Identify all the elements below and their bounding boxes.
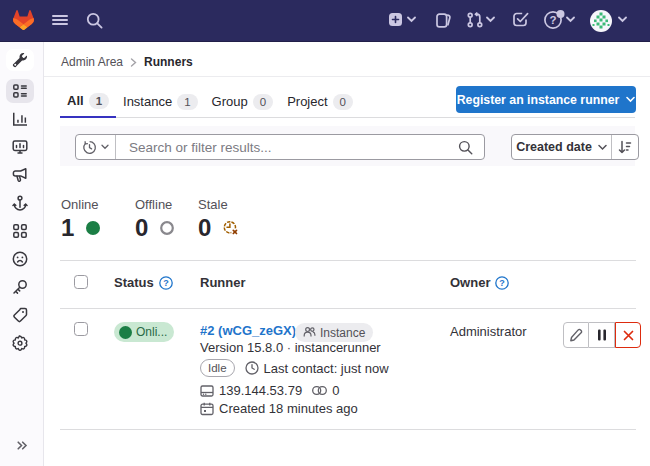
svg-text:?: ? — [549, 14, 556, 26]
svg-text:?: ? — [500, 278, 506, 288]
svg-text:?: ? — [163, 278, 169, 288]
